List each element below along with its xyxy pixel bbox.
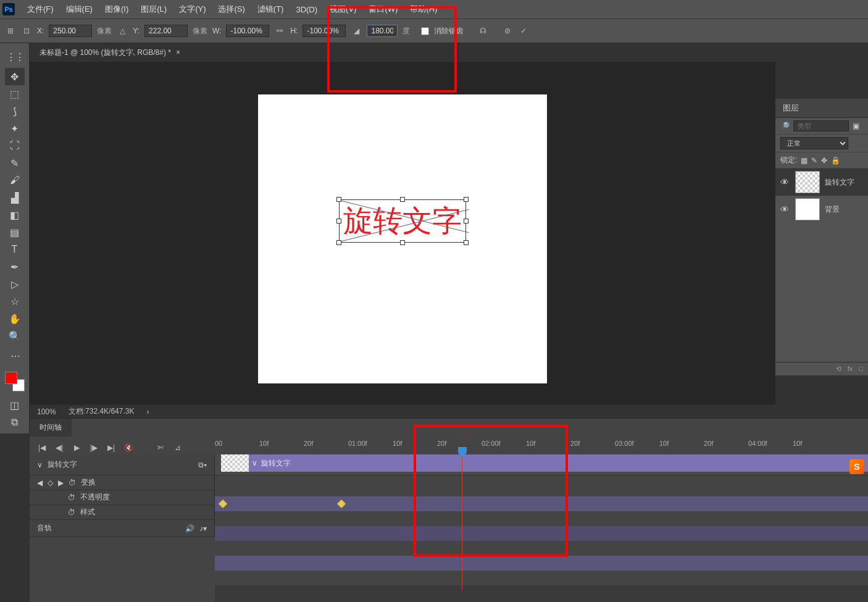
menu-filter[interactable]: 滤镜(T): [251, 4, 290, 15]
crop-tool[interactable]: ⛶: [5, 137, 25, 154]
handle-top-right[interactable]: [464, 197, 469, 202]
reference-point-icon[interactable]: ⊡: [21, 25, 32, 36]
next-frame-icon[interactable]: |▶: [86, 440, 101, 455]
lasso-tool[interactable]: ⟆: [5, 102, 25, 120]
last-frame-icon[interactable]: ▶|: [104, 440, 119, 455]
canvas-area[interactable]: 旋转文字: [30, 62, 775, 416]
timeline-tab[interactable]: 时间轴: [30, 419, 72, 437]
link-layers-icon[interactable]: ⟲: [836, 365, 841, 373]
menu-file[interactable]: 文件(F): [21, 4, 60, 15]
audio-note-icon[interactable]: ♪▾: [199, 524, 207, 533]
link-icon[interactable]: ⚯: [274, 25, 285, 36]
key-toggle-icon[interactable]: ◇: [48, 479, 53, 487]
toolbox-handle[interactable]: ⋮⋮: [5, 48, 25, 65]
menu-view[interactable]: 视图(V): [323, 4, 362, 15]
audio-track-header[interactable]: 音轨 🔊 ♪▾: [30, 520, 215, 537]
prop-header-transform[interactable]: ◀ ◇ ▶ ⏱ 变换: [30, 475, 215, 490]
clip-expand-icon[interactable]: ∨: [252, 459, 257, 467]
prop-track-style[interactable]: [215, 556, 868, 571]
gradient-tool[interactable]: ▤: [5, 224, 25, 241]
handle-top-mid[interactable]: [400, 197, 405, 202]
transform-box[interactable]: 旋转文字: [339, 199, 466, 243]
w-input[interactable]: [226, 25, 269, 37]
pen-tool[interactable]: ✒: [5, 258, 25, 275]
mute-icon[interactable]: 🔇: [121, 440, 136, 455]
lock-pixels-icon[interactable]: ▦: [801, 156, 807, 165]
menu-3d[interactable]: 3D(D): [290, 5, 323, 14]
layer-row-bg[interactable]: 👁 背景: [775, 196, 868, 223]
menu-type[interactable]: 文字(Y): [173, 4, 212, 15]
sogou-ime-badge[interactable]: S: [849, 459, 864, 474]
y-input[interactable]: [144, 25, 188, 37]
menu-window[interactable]: 窗口(W): [362, 4, 404, 15]
filter-image-icon[interactable]: ▣: [853, 122, 859, 130]
eraser-tool[interactable]: ◧: [5, 206, 25, 224]
lock-brush-icon[interactable]: ✎: [811, 156, 817, 165]
brush-tool[interactable]: 🖌: [5, 172, 25, 189]
prop-header-style[interactable]: ⏱ 样式: [30, 505, 215, 520]
stamp-tool[interactable]: ▟: [5, 189, 25, 206]
track-body-main[interactable]: ∨ 旋转文字: [215, 454, 868, 475]
blend-mode-select[interactable]: 正常: [780, 137, 848, 149]
delta-icon[interactable]: △: [117, 25, 128, 36]
layers-tab[interactable]: 图层: [775, 99, 868, 118]
layer-filter-input[interactable]: [793, 120, 849, 132]
handle-bottom-right[interactable]: [464, 240, 469, 245]
shape-tool[interactable]: ☆: [5, 293, 25, 310]
timeline-ruler[interactable]: 00 10f 20f 01:00f 10f 20f 02:00f 10f 20f…: [215, 437, 868, 454]
magic-wand-tool[interactable]: ✦: [5, 120, 25, 137]
fx-icon[interactable]: fx: [848, 365, 853, 373]
path-select-tool[interactable]: ▷: [5, 275, 25, 293]
menu-image[interactable]: 图像(I): [99, 4, 135, 15]
handle-top-left[interactable]: [336, 197, 341, 202]
prev-frame-icon[interactable]: ◀|: [52, 440, 67, 455]
mask-icon[interactable]: □: [859, 365, 863, 373]
split-icon[interactable]: ✄: [153, 440, 168, 455]
zoom-tool[interactable]: 🔍: [5, 327, 25, 345]
audio-volume-icon[interactable]: 🔊: [185, 524, 194, 533]
stopwatch-icon[interactable]: ⏱: [68, 493, 75, 502]
menu-edit[interactable]: 编辑(E): [60, 4, 99, 15]
prop-header-opacity[interactable]: ⏱ 不透明度: [30, 490, 215, 505]
track-options-icon[interactable]: ⧉▾: [198, 461, 207, 469]
commit-icon[interactable]: ✓: [518, 25, 529, 36]
layer-thumb-text[interactable]: [795, 171, 820, 193]
foreground-color[interactable]: [5, 372, 17, 384]
handle-bottom-mid[interactable]: [400, 240, 405, 245]
transition-icon[interactable]: ⊿: [170, 440, 185, 455]
menu-help[interactable]: 帮助(H): [404, 4, 443, 15]
lock-all-icon[interactable]: 🔒: [831, 156, 840, 165]
handle-mid-left[interactable]: [336, 219, 341, 224]
play-icon[interactable]: ▶: [69, 440, 84, 455]
layer-row-text[interactable]: 👁 旋转文字: [775, 169, 868, 196]
warp-icon[interactable]: ☊: [477, 25, 488, 36]
menu-layer[interactable]: 图层(L): [135, 4, 173, 15]
angle-input[interactable]: [367, 25, 398, 37]
type-tool[interactable]: T: [5, 241, 25, 258]
track-header-main[interactable]: ∨ 旋转文字 ⧉▾: [30, 454, 215, 475]
canvas[interactable]: 旋转文字: [258, 94, 547, 383]
next-key-icon[interactable]: ▶: [58, 479, 64, 487]
stopwatch-icon[interactable]: ⏱: [68, 508, 75, 517]
handle-bottom-left[interactable]: [336, 240, 341, 245]
x-input[interactable]: [49, 25, 92, 37]
close-tab-icon[interactable]: ×: [176, 48, 180, 57]
antialias-checkbox[interactable]: [421, 27, 429, 35]
document-tab[interactable]: 未标题-1 @ 100% (旋转文字, RGB/8#) * ×: [33, 44, 186, 61]
zoom-level[interactable]: 100%: [37, 408, 56, 416]
first-frame-icon[interactable]: |◀: [35, 440, 49, 455]
prev-key-icon[interactable]: ◀: [37, 479, 43, 487]
cancel-icon[interactable]: ⊘: [502, 25, 513, 36]
layer-thumb-bg[interactable]: [795, 198, 820, 220]
handle-mid-right[interactable]: [464, 219, 469, 224]
transform-tool-icon[interactable]: ⊞: [5, 25, 16, 36]
collapse-icon[interactable]: ∨: [37, 461, 43, 469]
h-input[interactable]: [303, 25, 346, 37]
quickmask-tool[interactable]: ◫: [5, 396, 25, 414]
menu-select[interactable]: 选择(S): [212, 4, 251, 15]
status-flyout-icon[interactable]: ›: [146, 408, 149, 416]
audio-track-body[interactable]: [215, 585, 868, 602]
more-tools-icon[interactable]: ⋯: [5, 347, 25, 364]
stopwatch-icon[interactable]: ⏱: [69, 479, 76, 487]
lock-move-icon[interactable]: ✥: [821, 156, 827, 165]
